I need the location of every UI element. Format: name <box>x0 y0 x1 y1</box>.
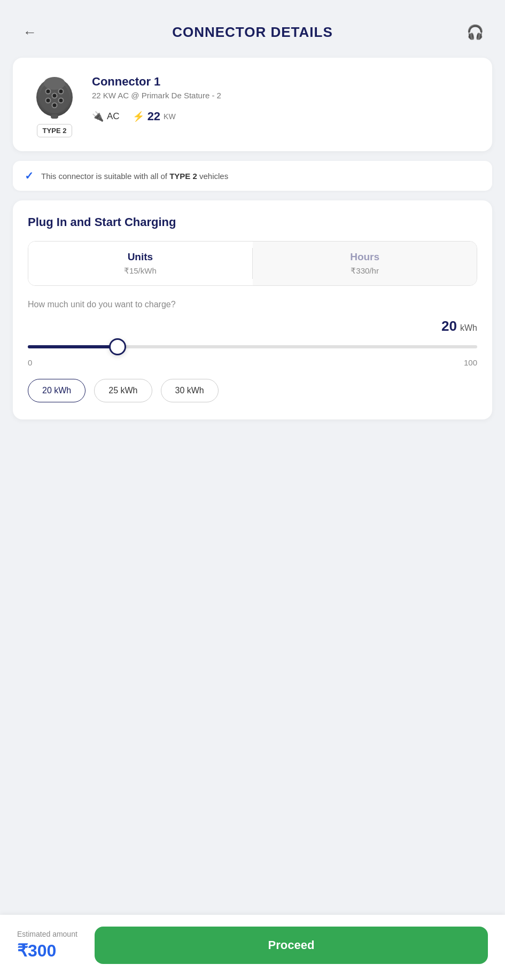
footer-estimate: Estimated amount ₹300 <box>17 930 77 961</box>
billing-hours-label: Hours <box>350 251 379 263</box>
spec-ac-label: AC <box>107 111 120 122</box>
estimate-label: Estimated amount <box>17 930 77 938</box>
charging-title: Plug In and Start Charging <box>28 215 477 229</box>
svg-point-10 <box>59 99 63 103</box>
plug-icon: 🔌 <box>92 111 104 122</box>
billing-units-label: Units <box>128 251 153 263</box>
connector-image <box>30 72 79 120</box>
compatibility-banner: ✓ This connector is suitable with all of… <box>13 161 492 191</box>
compatibility-text: This connector is suitable with all of T… <box>41 172 228 181</box>
slider-min-label: 0 <box>28 358 32 367</box>
quick-select-30kwh[interactable]: 30 kWh <box>161 379 219 402</box>
slider-max-label: 100 <box>464 358 477 367</box>
charging-section: Plug In and Start Charging Units ₹15/kWh… <box>13 200 492 419</box>
connector-spec-ac: 🔌 AC <box>92 111 120 122</box>
power-icon: ⚡ <box>133 111 144 122</box>
billing-hours-option[interactable]: Hours ₹330/hr <box>253 242 477 285</box>
charge-value-unit: kWh <box>460 323 477 333</box>
connector-card-top: TYPE 2 Connector 1 22 KW AC @ Primark De… <box>28 72 477 137</box>
charge-question: How much unit do you want to charge? <box>28 300 477 309</box>
proceed-button[interactable]: Proceed <box>95 927 488 964</box>
quick-select-20kwh[interactable]: 20 kWh <box>28 379 86 402</box>
charge-value-number: 20 <box>441 318 457 335</box>
connector-image-wrap: TYPE 2 <box>28 72 81 137</box>
slider-wrap <box>28 340 477 354</box>
headset-icon: 🎧 <box>467 24 484 41</box>
slider-range-labels: 0 100 <box>28 358 477 367</box>
billing-hours-price: ₹330/hr <box>351 266 379 276</box>
connector-info: Connector 1 22 KW AC @ Primark De Statur… <box>92 72 477 123</box>
connector-type-badge: TYPE 2 <box>37 124 73 137</box>
billing-units-price: ₹15/kWh <box>124 266 157 276</box>
spec-power-value: 22 <box>147 110 160 123</box>
billing-units-option[interactable]: Units ₹15/kWh <box>28 242 252 285</box>
footer: Estimated amount ₹300 Proceed <box>0 915 505 980</box>
check-icon: ✓ <box>25 169 34 182</box>
app-container: ← CONNECTOR DETAILS 🎧 <box>0 0 505 980</box>
estimate-amount: ₹300 <box>17 940 77 961</box>
back-button[interactable]: ← <box>17 19 43 45</box>
svg-point-14 <box>53 94 57 98</box>
connector-specs: 🔌 AC ⚡ 22 KW <box>92 110 477 123</box>
back-arrow-icon: ← <box>23 24 37 41</box>
support-button[interactable]: 🎧 <box>462 19 488 45</box>
svg-point-4 <box>46 90 50 94</box>
svg-point-6 <box>59 90 63 94</box>
charge-value-display: 20 kWh <box>28 318 477 335</box>
page-title: CONNECTOR DETAILS <box>172 24 333 41</box>
svg-point-8 <box>46 99 50 103</box>
billing-toggle: Units ₹15/kWh Hours ₹330/hr <box>28 241 477 286</box>
quick-select-25kwh[interactable]: 25 kWh <box>94 379 152 402</box>
connector-location: 22 KW AC @ Primark De Stature - 2 <box>92 91 477 100</box>
svg-point-12 <box>53 104 57 107</box>
header: ← CONNECTOR DETAILS 🎧 <box>0 0 505 58</box>
connector-spec-power: ⚡ 22 KW <box>133 110 176 123</box>
connector-card: TYPE 2 Connector 1 22 KW AC @ Primark De… <box>13 58 492 151</box>
quick-select-group: 20 kWh 25 kWh 30 kWh <box>28 379 477 402</box>
svg-point-2 <box>44 77 65 90</box>
svg-rect-15 <box>51 114 58 119</box>
connector-name: Connector 1 <box>92 75 477 89</box>
spec-power-unit: KW <box>164 112 176 121</box>
